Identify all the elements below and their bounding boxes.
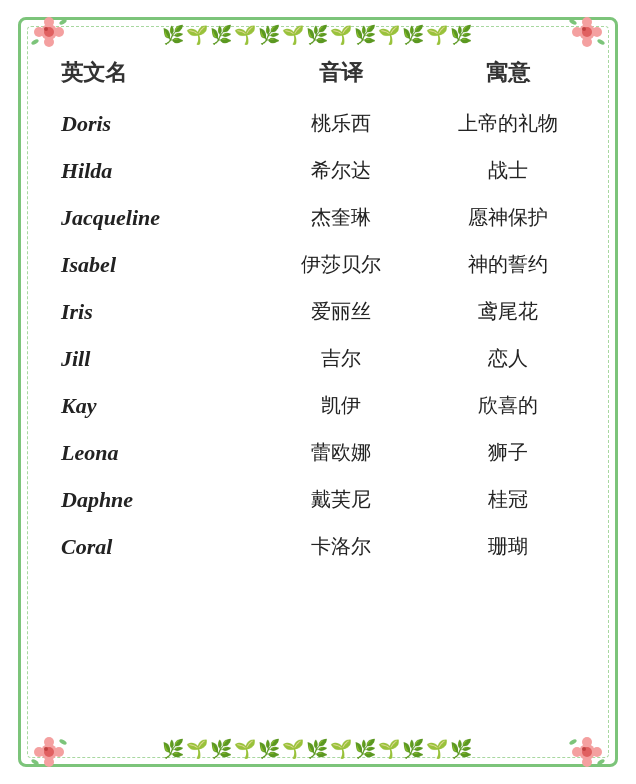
meaning-text: 狮子 (431, 439, 585, 466)
english-name: Iris (51, 299, 251, 325)
meaning-text: 珊瑚 (431, 533, 585, 560)
svg-point-30 (572, 747, 582, 757)
svg-point-25 (31, 758, 40, 765)
svg-point-15 (582, 27, 586, 31)
table-row: Daphne戴芙尼桂冠 (51, 476, 585, 523)
table-row: Doris桃乐西上帝的礼物 (51, 100, 585, 147)
vine-bottom: 🌿🌱🌿🌱🌿🌱🌿🌱🌿🌱🌿🌱🌿 (71, 738, 565, 760)
svg-point-4 (54, 27, 64, 37)
english-name: Jacqueline (51, 205, 251, 231)
meaning-text: 恋人 (431, 345, 585, 372)
svg-point-11 (582, 37, 592, 47)
table-header: 英文名 音译 寓意 (51, 50, 585, 100)
corner-flower-bl (29, 732, 69, 772)
svg-point-31 (592, 747, 602, 757)
svg-point-16 (569, 18, 578, 25)
svg-point-26 (59, 738, 68, 745)
meaning-text: 愿神保护 (431, 204, 585, 231)
header-english: 英文名 (51, 58, 251, 88)
meaning-text: 欣喜的 (431, 392, 585, 419)
phonetic-name: 卡洛尔 (251, 533, 431, 560)
meaning-text: 上帝的礼物 (431, 110, 585, 137)
table-row: Iris爱丽丝鸢尾花 (51, 288, 585, 335)
table-row: Coral卡洛尔珊瑚 (51, 523, 585, 570)
svg-point-3 (34, 27, 44, 37)
table-row: Jill吉尔恋人 (51, 335, 585, 382)
english-name: Kay (51, 393, 251, 419)
svg-point-21 (34, 747, 44, 757)
english-name: Daphne (51, 487, 251, 513)
phonetic-name: 吉尔 (251, 345, 431, 372)
svg-point-12 (572, 27, 582, 37)
svg-point-22 (54, 747, 64, 757)
svg-point-28 (582, 737, 592, 747)
svg-point-8 (59, 18, 68, 25)
svg-point-34 (569, 738, 578, 745)
english-name: Jill (51, 346, 251, 372)
table-row: Kay凯伊欣喜的 (51, 382, 585, 429)
corner-flower-tr (567, 12, 607, 52)
svg-point-13 (592, 27, 602, 37)
svg-point-6 (44, 27, 48, 31)
english-name: Leona (51, 440, 251, 466)
svg-point-29 (582, 757, 592, 767)
table-row: Leona蕾欧娜狮子 (51, 429, 585, 476)
meaning-text: 鸢尾花 (431, 298, 585, 325)
svg-point-1 (44, 17, 54, 27)
svg-point-2 (44, 37, 54, 47)
svg-point-33 (582, 747, 586, 751)
header-phonetic: 音译 (251, 58, 431, 88)
phonetic-name: 桃乐西 (251, 110, 431, 137)
meaning-text: 神的誓约 (431, 251, 585, 278)
svg-point-17 (597, 38, 606, 45)
table-row: Isabel伊莎贝尔神的誓约 (51, 241, 585, 288)
svg-point-7 (31, 38, 40, 45)
table-body: Doris桃乐西上帝的礼物Hilda希尔达战士Jacqueline杰奎琳愿神保护… (51, 100, 585, 570)
table-row: Hilda希尔达战士 (51, 147, 585, 194)
svg-point-19 (44, 737, 54, 747)
svg-point-35 (597, 758, 606, 765)
corner-flower-tl (29, 12, 69, 52)
phonetic-name: 蕾欧娜 (251, 439, 431, 466)
phonetic-name: 杰奎琳 (251, 204, 431, 231)
phonetic-name: 戴芙尼 (251, 486, 431, 513)
svg-point-10 (582, 17, 592, 27)
page-container: 🌿🌱🌿🌱🌿🌱🌿🌱🌿🌱🌿🌱🌿 🌿🌱🌿🌱🌿🌱🌿🌱🌿🌱🌿🌱🌿 英文名 音译 寓意 Do… (18, 17, 618, 767)
phonetic-name: 凯伊 (251, 392, 431, 419)
table-row: Jacqueline杰奎琳愿神保护 (51, 194, 585, 241)
corner-flower-br (567, 732, 607, 772)
header-meaning: 寓意 (431, 58, 585, 88)
english-name: Isabel (51, 252, 251, 278)
meaning-text: 战士 (431, 157, 585, 184)
vine-top: 🌿🌱🌿🌱🌿🌱🌿🌱🌿🌱🌿🌱🌿 (71, 24, 565, 46)
names-table: 英文名 音译 寓意 Doris桃乐西上帝的礼物Hilda希尔达战士Jacquel… (51, 40, 585, 744)
svg-point-20 (44, 757, 54, 767)
phonetic-name: 爱丽丝 (251, 298, 431, 325)
phonetic-name: 希尔达 (251, 157, 431, 184)
svg-point-24 (44, 747, 48, 751)
phonetic-name: 伊莎贝尔 (251, 251, 431, 278)
english-name: Coral (51, 534, 251, 560)
english-name: Hilda (51, 158, 251, 184)
english-name: Doris (51, 111, 251, 137)
meaning-text: 桂冠 (431, 486, 585, 513)
